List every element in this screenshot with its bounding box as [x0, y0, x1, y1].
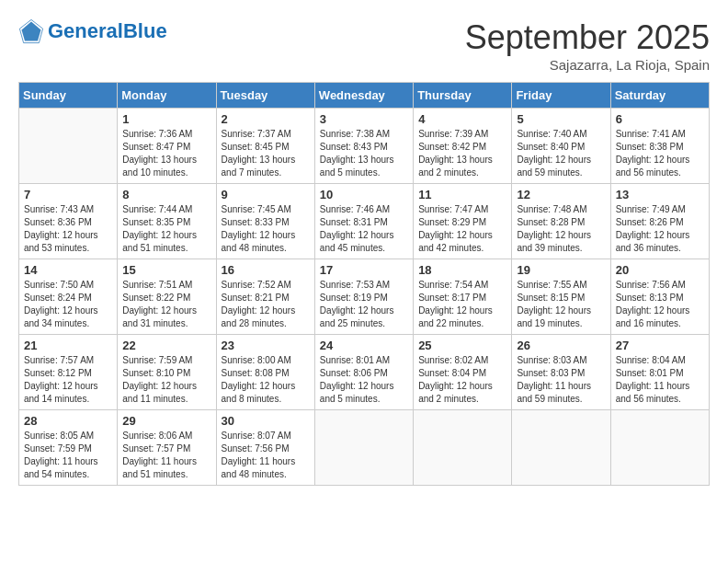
calendar-cell: 28Sunrise: 8:05 AMSunset: 7:59 PMDayligh…	[19, 410, 118, 486]
day-info: Sunrise: 7:53 AMSunset: 8:19 PMDaylight:…	[320, 279, 408, 330]
calendar-week-row: 1Sunrise: 7:36 AMSunset: 8:47 PMDaylight…	[19, 109, 710, 184]
weekday-header: Saturday	[610, 83, 709, 109]
calendar-week-row: 21Sunrise: 7:57 AMSunset: 8:12 PMDayligh…	[19, 335, 710, 410]
weekday-header: Friday	[512, 83, 610, 109]
calendar-cell: 9Sunrise: 7:45 AMSunset: 8:33 PMDaylight…	[216, 184, 314, 259]
logo-text: GeneralBlue	[48, 20, 167, 42]
day-number: 1	[122, 112, 210, 126]
day-number: 15	[122, 263, 210, 277]
calendar-cell: 2Sunrise: 7:37 AMSunset: 8:45 PMDaylight…	[216, 109, 314, 184]
day-info: Sunrise: 7:57 AMSunset: 8:12 PMDaylight:…	[24, 354, 112, 406]
day-number: 23	[222, 339, 310, 352]
day-number: 13	[616, 188, 704, 201]
day-number: 12	[517, 188, 605, 201]
day-info: Sunrise: 7:50 AMSunset: 8:24 PMDaylight:…	[24, 279, 112, 330]
day-number: 22	[122, 339, 210, 352]
day-info: Sunrise: 7:51 AMSunset: 8:22 PMDaylight:…	[122, 279, 210, 330]
calendar-cell: 29Sunrise: 8:06 AMSunset: 7:57 PMDayligh…	[118, 410, 216, 486]
calendar-cell	[414, 410, 512, 486]
calendar-cell: 17Sunrise: 7:53 AMSunset: 8:19 PMDayligh…	[314, 259, 413, 335]
calendar-cell: 22Sunrise: 7:59 AMSunset: 8:10 PMDayligh…	[118, 335, 216, 410]
calendar-week-row: 7Sunrise: 7:43 AMSunset: 8:36 PMDaylight…	[19, 184, 710, 259]
day-number: 3	[320, 112, 408, 126]
calendar-cell: 18Sunrise: 7:54 AMSunset: 8:17 PMDayligh…	[414, 259, 512, 335]
day-number: 11	[418, 188, 506, 201]
calendar-cell	[19, 109, 118, 184]
day-info: Sunrise: 8:00 AMSunset: 8:08 PMDaylight:…	[222, 354, 310, 406]
calendar-cell: 16Sunrise: 7:52 AMSunset: 8:21 PMDayligh…	[216, 259, 314, 335]
day-info: Sunrise: 8:06 AMSunset: 7:57 PMDaylight:…	[122, 430, 210, 481]
day-info: Sunrise: 7:52 AMSunset: 8:21 PMDaylight:…	[222, 279, 310, 330]
day-number: 7	[24, 188, 112, 201]
page-header: GeneralBlue September 2025 Sajazarra, La…	[18, 18, 710, 73]
calendar-cell	[512, 410, 610, 486]
day-info: Sunrise: 7:47 AMSunset: 8:29 PMDaylight:…	[418, 203, 506, 255]
calendar-subtitle: Sajazarra, La Rioja, Spain	[465, 57, 710, 73]
calendar-cell: 11Sunrise: 7:47 AMSunset: 8:29 PMDayligh…	[414, 184, 512, 259]
day-info: Sunrise: 7:54 AMSunset: 8:17 PMDaylight:…	[418, 279, 506, 330]
weekday-header: Tuesday	[216, 83, 314, 109]
weekday-row: SundayMondayTuesdayWednesdayThursdayFrid…	[19, 83, 710, 109]
day-number: 17	[320, 263, 408, 277]
day-number: 6	[616, 112, 704, 126]
day-info: Sunrise: 8:01 AMSunset: 8:06 PMDaylight:…	[320, 354, 408, 406]
day-info: Sunrise: 7:39 AMSunset: 8:42 PMDaylight:…	[418, 128, 506, 179]
day-number: 16	[222, 263, 310, 277]
day-info: Sunrise: 7:55 AMSunset: 8:15 PMDaylight:…	[517, 279, 605, 330]
calendar-cell: 13Sunrise: 7:49 AMSunset: 8:26 PMDayligh…	[610, 184, 709, 259]
weekday-header: Wednesday	[314, 83, 413, 109]
calendar-cell: 23Sunrise: 8:00 AMSunset: 8:08 PMDayligh…	[216, 335, 314, 410]
day-info: Sunrise: 7:48 AMSunset: 8:28 PMDaylight:…	[517, 203, 605, 255]
day-number: 29	[122, 414, 210, 428]
calendar-cell: 27Sunrise: 8:04 AMSunset: 8:01 PMDayligh…	[610, 335, 709, 410]
title-block: September 2025 Sajazarra, La Rioja, Spai…	[465, 18, 710, 73]
day-info: Sunrise: 7:43 AMSunset: 8:36 PMDaylight:…	[24, 203, 112, 255]
day-number: 18	[418, 263, 506, 277]
calendar-cell: 6Sunrise: 7:41 AMSunset: 8:38 PMDaylight…	[610, 109, 709, 184]
calendar-cell: 4Sunrise: 7:39 AMSunset: 8:42 PMDaylight…	[414, 109, 512, 184]
day-number: 9	[222, 188, 310, 201]
calendar-cell: 21Sunrise: 7:57 AMSunset: 8:12 PMDayligh…	[19, 335, 118, 410]
day-info: Sunrise: 8:03 AMSunset: 8:03 PMDaylight:…	[517, 354, 605, 406]
calendar-cell: 7Sunrise: 7:43 AMSunset: 8:36 PMDaylight…	[19, 184, 118, 259]
day-info: Sunrise: 8:02 AMSunset: 8:04 PMDaylight:…	[418, 354, 506, 406]
calendar-table: SundayMondayTuesdayWednesdayThursdayFrid…	[18, 82, 710, 486]
day-info: Sunrise: 8:07 AMSunset: 7:56 PMDaylight:…	[222, 430, 310, 481]
day-info: Sunrise: 7:41 AMSunset: 8:38 PMDaylight:…	[616, 128, 704, 179]
logo-icon	[18, 18, 44, 44]
day-number: 5	[517, 112, 605, 126]
day-number: 10	[320, 188, 408, 201]
day-info: Sunrise: 7:49 AMSunset: 8:26 PMDaylight:…	[616, 203, 704, 255]
svg-marker-0	[22, 22, 41, 41]
calendar-cell: 26Sunrise: 8:03 AMSunset: 8:03 PMDayligh…	[512, 335, 610, 410]
day-info: Sunrise: 8:05 AMSunset: 7:59 PMDaylight:…	[24, 430, 112, 481]
calendar-cell: 14Sunrise: 7:50 AMSunset: 8:24 PMDayligh…	[19, 259, 118, 335]
calendar-cell: 8Sunrise: 7:44 AMSunset: 8:35 PMDaylight…	[118, 184, 216, 259]
calendar-cell: 24Sunrise: 8:01 AMSunset: 8:06 PMDayligh…	[314, 335, 413, 410]
day-number: 26	[517, 339, 605, 352]
day-info: Sunrise: 8:04 AMSunset: 8:01 PMDaylight:…	[616, 354, 704, 406]
calendar-cell: 15Sunrise: 7:51 AMSunset: 8:22 PMDayligh…	[118, 259, 216, 335]
calendar-week-row: 14Sunrise: 7:50 AMSunset: 8:24 PMDayligh…	[19, 259, 710, 335]
day-number: 8	[122, 188, 210, 201]
day-info: Sunrise: 7:38 AMSunset: 8:43 PMDaylight:…	[320, 128, 408, 179]
day-info: Sunrise: 7:45 AMSunset: 8:33 PMDaylight:…	[222, 203, 310, 255]
calendar-cell	[314, 410, 413, 486]
calendar-header: SundayMondayTuesdayWednesdayThursdayFrid…	[19, 83, 710, 109]
day-info: Sunrise: 7:46 AMSunset: 8:31 PMDaylight:…	[320, 203, 408, 255]
calendar-cell: 10Sunrise: 7:46 AMSunset: 8:31 PMDayligh…	[314, 184, 413, 259]
calendar-cell: 1Sunrise: 7:36 AMSunset: 8:47 PMDaylight…	[118, 109, 216, 184]
calendar-cell: 5Sunrise: 7:40 AMSunset: 8:40 PMDaylight…	[512, 109, 610, 184]
day-info: Sunrise: 7:44 AMSunset: 8:35 PMDaylight:…	[122, 203, 210, 255]
day-info: Sunrise: 7:37 AMSunset: 8:45 PMDaylight:…	[222, 128, 310, 179]
calendar-cell	[610, 410, 709, 486]
day-number: 20	[616, 263, 704, 277]
day-number: 19	[517, 263, 605, 277]
day-number: 2	[222, 112, 310, 126]
weekday-header: Sunday	[19, 83, 118, 109]
day-info: Sunrise: 7:36 AMSunset: 8:47 PMDaylight:…	[122, 128, 210, 179]
day-number: 4	[418, 112, 506, 126]
day-number: 30	[222, 414, 310, 428]
calendar-body: 1Sunrise: 7:36 AMSunset: 8:47 PMDaylight…	[19, 109, 710, 486]
calendar-cell: 3Sunrise: 7:38 AMSunset: 8:43 PMDaylight…	[314, 109, 413, 184]
